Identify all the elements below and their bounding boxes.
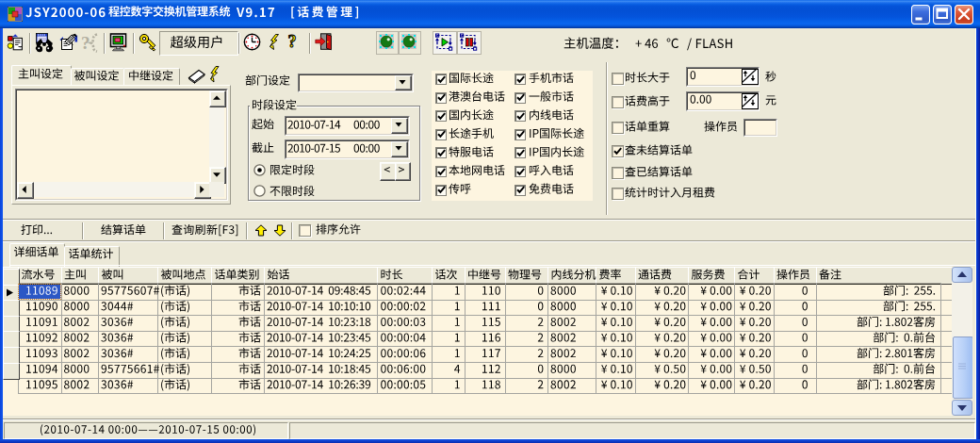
svg-text:?: ? <box>288 33 297 50</box>
